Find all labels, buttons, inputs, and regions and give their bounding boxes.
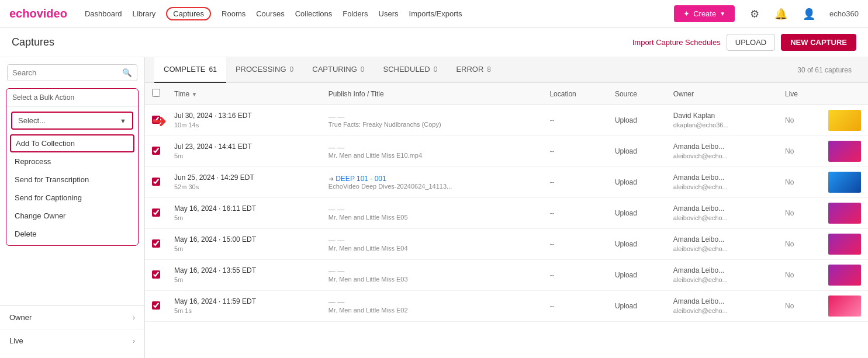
filter-owner[interactable]: Owner ›: [0, 305, 144, 329]
captures-table: Time ▼ Publish Info / Title Location Sou…: [145, 83, 868, 322]
logo[interactable]: echovideo: [9, 7, 67, 20]
cell-location: --: [542, 105, 608, 136]
cell-source: Upload: [608, 291, 666, 322]
cell-publish-title: — — Mr. Men and Little Miss E02: [321, 291, 543, 322]
cell-publish-title: — — Mr. Men and Little Miss E05: [321, 198, 543, 229]
cell-source: Upload: [608, 105, 666, 136]
cell-thumbnail[interactable]: [821, 260, 868, 291]
row-checkbox[interactable]: [152, 147, 160, 155]
bulk-action-send-captioning[interactable]: Send for Captioning: [6, 189, 138, 207]
owner-email: aleibovich@echo...: [673, 183, 771, 192]
filter-live[interactable]: Live ›: [0, 329, 144, 352]
nav-users[interactable]: Users: [379, 9, 399, 18]
row-checkbox-cell[interactable]: [145, 291, 167, 322]
table-header-row: Time ▼ Publish Info / Title Location Sou…: [145, 83, 868, 105]
nav-collections[interactable]: Collections: [295, 9, 333, 18]
user-label[interactable]: echo360: [829, 9, 859, 18]
select-all-checkbox[interactable]: [152, 89, 160, 97]
thumbnail-image: [828, 265, 861, 286]
create-button[interactable]: ✦ Create ▼: [674, 5, 735, 22]
owner-email: aleibovich@echo...: [673, 214, 771, 223]
col-owner[interactable]: Owner: [666, 83, 778, 105]
nav-imports-exports[interactable]: Imports/Exports: [409, 9, 462, 18]
capture-title: Mr. Men and Little Miss E05: [328, 214, 536, 221]
capture-time: May 16, 2024 · 15:00 EDT: [174, 235, 314, 245]
sort-arrow-icon: ▼: [192, 91, 198, 98]
row-checkbox[interactable]: [152, 208, 160, 217]
bulk-select-label: Select...: [18, 116, 120, 125]
collection-link[interactable]: DEEP 101 - 001: [336, 175, 386, 183]
cell-thumbnail[interactable]: [821, 229, 868, 260]
select-all-header[interactable]: [145, 83, 167, 105]
cell-owner: Amanda Leibo... aleibovich@echo...: [666, 167, 778, 198]
owner-email: aleibovich@echo...: [673, 307, 771, 315]
nav-dashboard[interactable]: Dashboard: [85, 9, 122, 18]
cell-thumbnail[interactable]: [821, 105, 868, 136]
row-checkbox-cell[interactable]: [145, 198, 167, 229]
tab-processing[interactable]: PROCESSING 0: [226, 57, 303, 83]
cell-owner: Amanda Leibo... aleibovich@echo...: [666, 229, 778, 260]
row-checkbox[interactable]: [152, 301, 160, 310]
notifications-icon[interactable]: 🔔: [774, 8, 787, 20]
cell-source: Upload: [608, 229, 666, 260]
row-checkbox-cell[interactable]: [145, 136, 167, 167]
nav-rooms[interactable]: Rooms: [222, 9, 245, 18]
bulk-select-dropdown[interactable]: Select... ▼: [11, 112, 133, 130]
tab-scheduled[interactable]: SCHEDULED 0: [374, 57, 447, 83]
search-input[interactable]: [8, 65, 117, 81]
bulk-action-reprocess[interactable]: Reprocess: [6, 152, 138, 171]
owner-name: Amanda Leibo...: [673, 297, 771, 307]
settings-icon[interactable]: ⚙: [750, 8, 759, 20]
bulk-action-send-transcription[interactable]: Send for Transcription: [6, 171, 138, 189]
upload-button[interactable]: UPLOAD: [727, 34, 775, 51]
row-checkbox-cell[interactable]: [145, 260, 167, 291]
col-source[interactable]: Source: [608, 83, 666, 105]
tab-error-label: ERROR: [456, 65, 483, 74]
table-row: May 16, 2024 · 11:59 EDT 5m 1s — — Mr. M…: [145, 291, 868, 322]
row-checkbox[interactable]: [152, 178, 160, 186]
tab-capturing-count: 0: [361, 65, 365, 74]
nav-captures[interactable]: Captures: [166, 7, 211, 20]
owner-email: dkaplan@echo36...: [673, 121, 771, 130]
row-checkbox-cell[interactable]: [145, 105, 167, 136]
capture-time: Jun 25, 2024 · 14:29 EDT: [174, 173, 314, 183]
tab-complete-count: 61: [209, 65, 217, 74]
col-location[interactable]: Location: [542, 83, 608, 105]
col-time[interactable]: Time ▼: [167, 83, 321, 105]
capture-title: True Facts: Freaky Nudibranchs (Copy): [328, 121, 536, 128]
tab-complete[interactable]: COMPLETE 61: [154, 57, 226, 83]
account-icon[interactable]: 👤: [803, 8, 815, 20]
row-checkbox[interactable]: [152, 116, 160, 124]
col-live[interactable]: Live: [778, 83, 821, 105]
search-box[interactable]: 🔍: [7, 64, 137, 81]
cell-location: --: [542, 260, 608, 291]
cell-source: Upload: [608, 167, 666, 198]
cell-thumbnail[interactable]: [821, 167, 868, 198]
bulk-action-change-owner[interactable]: Change Owner: [6, 207, 138, 225]
row-checkbox[interactable]: [152, 270, 160, 279]
row-checkbox-cell[interactable]: [145, 229, 167, 260]
bulk-action-add-to-collection[interactable]: Add To Collection: [10, 134, 134, 152]
bulk-action-delete[interactable]: Delete: [6, 225, 138, 243]
col-publish-title[interactable]: Publish Info / Title: [321, 83, 543, 105]
cell-thumbnail[interactable]: [821, 291, 868, 322]
nav-library[interactable]: Library: [133, 9, 156, 18]
import-schedules-link[interactable]: Import Capture Schedules: [632, 38, 721, 47]
new-capture-button[interactable]: NEW CAPTURE: [781, 34, 856, 51]
row-checkbox-cell[interactable]: [145, 167, 167, 198]
cell-location: --: [542, 198, 608, 229]
cell-owner: Amanda Leibo... aleibovich@echo...: [666, 136, 778, 167]
thumbnail-image: [828, 234, 861, 255]
publish-info: — —: [328, 113, 536, 121]
tab-error[interactable]: ERROR 8: [447, 57, 500, 83]
nav-folders[interactable]: Folders: [343, 9, 368, 18]
tab-capturing[interactable]: CAPTURING 0: [303, 57, 374, 83]
nav-courses[interactable]: Courses: [256, 9, 284, 18]
cell-thumbnail[interactable]: [821, 136, 868, 167]
col-thumb: [821, 83, 868, 105]
cell-location: --: [542, 229, 608, 260]
chevron-down-icon: ▼: [720, 11, 725, 17]
row-checkbox[interactable]: [152, 239, 160, 248]
search-icon[interactable]: 🔍: [117, 65, 137, 81]
cell-thumbnail[interactable]: [821, 198, 868, 229]
